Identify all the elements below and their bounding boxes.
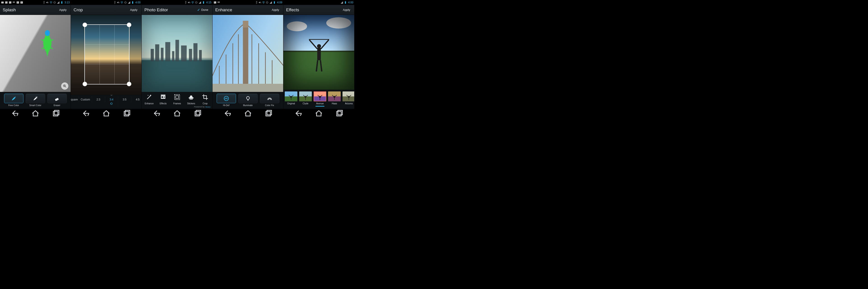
status-bar: 4:00 — [283, 0, 354, 5]
svg-point-50 — [161, 96, 163, 98]
svg-rect-83 — [345, 1, 345, 1]
battery-icon — [344, 1, 347, 4]
home-button[interactable] — [31, 111, 40, 116]
tool-foc[interactable]: Foc — [212, 94, 212, 105]
signal-icon — [340, 1, 343, 4]
photo-canvas[interactable] — [213, 15, 283, 92]
tool-eraser[interactable]: Eraser — [48, 94, 67, 107]
status-time: 3:13 — [65, 1, 70, 4]
recent-apps-button[interactable] — [52, 111, 60, 116]
home-button[interactable] — [244, 111, 252, 116]
filter-clyde[interactable]: Clyde — [299, 91, 312, 107]
tool-label: Stickers — [187, 102, 195, 105]
filter-haas[interactable]: Haas — [328, 91, 341, 107]
recent-apps-button[interactable] — [193, 111, 202, 116]
filter-original[interactable]: Original — [284, 91, 298, 107]
powered-by: Powered by Aviary — [142, 105, 212, 109]
svg-point-60 — [214, 2, 215, 2]
ratio-label: quare — [71, 98, 78, 101]
filter-thumb — [342, 91, 354, 102]
tool-effects[interactable]: Effects — [156, 94, 170, 105]
tool-hi-def[interactable]: HD Hi-Def — [217, 94, 236, 107]
recent-apps-button[interactable] — [122, 111, 131, 116]
svg-point-100 — [305, 96, 306, 98]
filter-thumb — [328, 91, 341, 102]
recent-apps-button[interactable] — [264, 111, 273, 116]
filter-thumb — [285, 91, 298, 102]
recent-apps-button[interactable] — [335, 111, 344, 116]
svg-rect-23 — [132, 1, 133, 4]
tool-enhance[interactable]: Enhance — [142, 94, 156, 105]
ratio-4-5[interactable]: 4:5 — [131, 96, 142, 103]
apply-button[interactable]: Apply — [129, 6, 139, 13]
tool-frames[interactable]: Frames — [170, 94, 184, 105]
ratio-square[interactable]: quare — [71, 96, 79, 103]
ratio-3-5[interactable]: 3:5 — [118, 96, 131, 103]
tool-crop[interactable]: Crop — [198, 94, 212, 105]
photo-canvas[interactable] — [283, 15, 354, 90]
svg-rect-123 — [338, 110, 342, 115]
svg-point-8 — [51, 3, 51, 4]
wifi-icon — [120, 1, 123, 4]
svg-line-20 — [119, 2, 119, 3]
tool-color fix[interactable]: Color Fix — [260, 94, 279, 107]
filter-arizona[interactable]: Arizona — [342, 91, 354, 107]
home-button[interactable] — [102, 111, 111, 116]
apply-button[interactable]: Apply — [341, 6, 351, 13]
svg-point-14 — [36, 97, 37, 97]
filter-avenue[interactable]: Avenue — [313, 91, 327, 107]
ratio-3-4[interactable]: 3:4 — [105, 96, 118, 107]
ratio-strip: quare Custom 2:3 3:4 3:5 4:5 — [71, 95, 142, 109]
zoom-in-button[interactable] — [61, 82, 68, 90]
svg-rect-53 — [176, 96, 179, 99]
photo-canvas[interactable] — [0, 15, 71, 92]
apply-button[interactable]: Apply — [58, 6, 68, 13]
tool-smart color[interactable]: Smart Color — [26, 94, 45, 107]
ratio-custom[interactable]: Custom — [79, 96, 92, 103]
crop-handle-tr[interactable] — [127, 23, 131, 27]
status-time: 4:00 — [348, 1, 353, 4]
home-button[interactable] — [314, 111, 323, 116]
svg-rect-29 — [196, 1, 197, 3]
home-button[interactable] — [173, 111, 182, 116]
svg-point-4 — [9, 2, 10, 2]
crop-handle-bl[interactable] — [83, 82, 87, 86]
screen-title: Crop — [73, 7, 83, 12]
back-button[interactable] — [81, 111, 90, 116]
back-button[interactable] — [294, 111, 303, 116]
back-button[interactable] — [152, 111, 161, 116]
ratio-2-3[interactable]: 2:3 — [92, 96, 105, 103]
check-icon: ✓ — [197, 8, 200, 12]
rotate-icon — [110, 102, 113, 105]
svg-rect-9 — [54, 1, 55, 3]
photo-canvas[interactable] — [71, 15, 142, 95]
tool-illuminate[interactable]: Illuminate — [238, 94, 258, 107]
screen-title: Enhance — [215, 7, 232, 12]
crop-frame[interactable] — [84, 24, 129, 84]
svg-rect-26 — [125, 110, 130, 115]
tool-stickers[interactable]: Stickers — [184, 94, 198, 105]
svg-rect-122 — [337, 112, 341, 116]
svg-rect-30 — [203, 1, 204, 4]
tool-label: Eraser — [54, 104, 60, 107]
tool-label: Frames — [173, 102, 181, 105]
filter-strip[interactable]: Original Clyde Avenue — [283, 90, 354, 109]
svg-rect-98 — [299, 91, 312, 96]
back-button[interactable] — [10, 111, 20, 116]
done-button[interactable]: ✓Done — [196, 6, 210, 14]
tool-label: Crop — [203, 102, 208, 105]
apply-button[interactable]: Apply — [270, 6, 280, 13]
filter-label: Clyde — [303, 102, 308, 105]
tool-free color[interactable]: Free Color — [4, 94, 24, 107]
crop-handle-br[interactable] — [127, 82, 131, 86]
back-button[interactable] — [223, 111, 232, 116]
tool-scroll[interactable]: Enhance Effects Frames Stickers Crop — [142, 92, 212, 105]
svg-point-62 — [263, 3, 264, 4]
play-icon — [16, 1, 20, 4]
vibrate-icon — [266, 1, 269, 4]
photo-canvas[interactable] — [142, 15, 212, 92]
crop-handle-tl[interactable] — [83, 23, 87, 27]
tool-label: Color Fix — [265, 104, 274, 107]
svg-rect-1 — [5, 1, 8, 3]
svg-rect-24 — [132, 1, 133, 1]
